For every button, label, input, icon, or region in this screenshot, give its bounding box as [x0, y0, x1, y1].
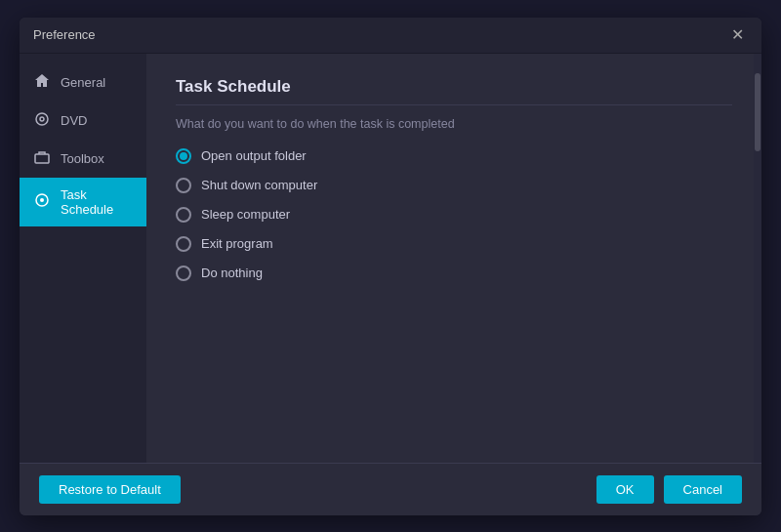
svg-point-4 [40, 198, 44, 202]
radio-circle-do-nothing [176, 266, 191, 281]
dialog-title: Preference [33, 27, 96, 42]
section-title: Task Schedule [176, 77, 732, 97]
radio-inner-open-output-folder [180, 152, 187, 160]
ok-button[interactable]: OK [596, 475, 654, 504]
svg-rect-2 [35, 154, 49, 163]
restore-default-button[interactable]: Restore to Default [39, 475, 181, 504]
sidebar-task-schedule-label: Task Schedule [61, 187, 133, 217]
sidebar-dvd-label: DVD [61, 113, 87, 128]
sidebar-item-toolbox[interactable]: Toolbox [20, 140, 146, 178]
radio-item-open-output-folder[interactable]: Open output folder [176, 148, 732, 164]
cancel-button[interactable]: Cancel [664, 475, 742, 504]
radio-circle-open-output-folder [176, 148, 191, 164]
toolbox-icon [33, 149, 51, 168]
sidebar-toolbox-label: Toolbox [61, 151, 104, 166]
radio-label-open-output-folder: Open output folder [201, 148, 307, 163]
svg-point-0 [36, 113, 48, 125]
radio-item-do-nothing[interactable]: Do nothing [176, 266, 732, 281]
main-content: Task Schedule What do you want to do whe… [146, 54, 761, 463]
preference-dialog: Preference ✕ General [20, 18, 761, 515]
title-bar: Preference ✕ [20, 18, 761, 54]
footer-right: OK Cancel [596, 475, 742, 504]
radio-item-sleep-computer[interactable]: Sleep computer [176, 207, 732, 223]
scrollbar-thumb [755, 73, 760, 151]
dvd-icon [33, 111, 51, 130]
close-button[interactable]: ✕ [727, 25, 748, 45]
radio-label-shut-down-computer: Shut down computer [201, 178, 317, 192]
sidebar-item-dvd[interactable]: DVD [20, 102, 146, 140]
sidebar: General DVD Toolbox [20, 54, 146, 463]
home-icon [33, 73, 51, 92]
radio-item-exit-program[interactable]: Exit program [176, 236, 732, 252]
radio-circle-shut-down-computer [176, 178, 191, 193]
radio-item-shut-down-computer[interactable]: Shut down computer [176, 178, 732, 193]
section-divider [176, 104, 732, 105]
sidebar-item-task-schedule[interactable]: Task Schedule [20, 178, 146, 226]
radio-circle-sleep-computer [176, 207, 191, 223]
scrollbar-area[interactable] [754, 54, 761, 463]
radio-label-do-nothing: Do nothing [201, 266, 263, 280]
footer: Restore to Default OK Cancel [20, 463, 761, 515]
radio-label-sleep-computer: Sleep computer [201, 207, 290, 222]
sidebar-general-label: General [61, 75, 105, 90]
radio-circle-exit-program [176, 236, 191, 252]
radio-group: Open output folder Shut down computer Sl… [176, 148, 732, 281]
svg-point-1 [40, 117, 44, 121]
task-schedule-icon [33, 192, 51, 211]
radio-label-exit-program: Exit program [201, 236, 273, 251]
section-subtitle: What do you want to do when the task is … [176, 117, 732, 131]
sidebar-item-general[interactable]: General [20, 63, 146, 102]
dialog-body: General DVD Toolbox [20, 54, 761, 463]
